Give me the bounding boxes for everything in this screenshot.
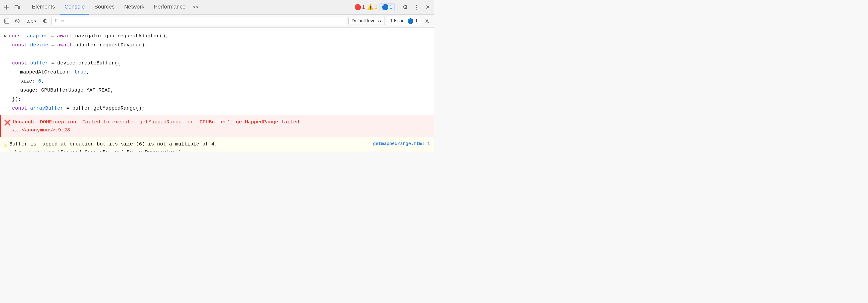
devtools-settings-icon[interactable]: ⚙: [401, 3, 410, 11]
show-sidebar-button[interactable]: [2, 17, 11, 25]
inspect-element-icon[interactable]: [2, 3, 11, 12]
console-toolbar: top ▾ Default levels ▾ 1 Issue: 🔵 1: [0, 14, 434, 28]
code-line-1: ▶ const adapter = await navigator.gpu.re…: [4, 32, 430, 41]
filter-input[interactable]: [52, 17, 346, 25]
tab-bar: Elements Console Sources Network Perform…: [0, 0, 434, 14]
warning-icon: ⚠: [4, 141, 7, 149]
code-input-block: ▶ const adapter = await navigator.gpu.re…: [0, 28, 434, 115]
code-line-6: usage: GPUBufferUsage.MAP_READ,: [4, 86, 430, 95]
dropdown-arrow-icon: ▾: [34, 19, 36, 23]
code-line-8: const arrayBuffer = buffer.getMappedRang…: [4, 104, 430, 113]
tab-sources[interactable]: Sources: [90, 0, 119, 14]
svg-point-12: [427, 20, 428, 22]
error-circle-icon: 🔴: [354, 4, 361, 10]
issues-button[interactable]: 1 Issue: 🔵 1: [387, 17, 421, 25]
live-expressions-button[interactable]: [41, 17, 50, 25]
tab-elements[interactable]: Elements: [27, 0, 60, 14]
expand-icon[interactable]: ▶: [4, 32, 7, 40]
svg-rect-5: [4, 19, 9, 23]
more-options-icon[interactable]: ⋮: [412, 3, 422, 11]
svg-rect-0: [4, 5, 6, 7]
svg-rect-4: [18, 6, 20, 8]
error-text: Uncaught DOMException: Failed to execute…: [13, 118, 299, 134]
tab-performance[interactable]: Performance: [149, 0, 190, 14]
issues-label: 1 Issue:: [390, 18, 406, 24]
tab-console[interactable]: Console: [60, 0, 89, 14]
error-badge[interactable]: 🔴 1: [354, 4, 365, 10]
warning-badge[interactable]: ⚠️ 1: [367, 4, 377, 10]
issues-icon: 🔵: [407, 18, 414, 24]
warning-source-link[interactable]: getmappedrange.html:1: [369, 140, 430, 147]
svg-line-8: [16, 20, 19, 23]
error-line-1: Uncaught DOMException: Failed to execute…: [13, 118, 299, 126]
code-line-5: size: 6 ,: [4, 77, 430, 86]
console-output: ▶ const adapter = await navigator.gpu.re…: [0, 28, 434, 152]
device-toolbar-icon[interactable]: [12, 3, 22, 12]
levels-dropdown-arrow: ▾: [380, 19, 381, 23]
close-devtools-icon[interactable]: ✕: [424, 3, 432, 11]
warning-triangle-icon: ⚠️: [367, 4, 374, 10]
log-levels-dropdown[interactable]: Default levels ▾: [348, 17, 385, 25]
code-line-blank: [4, 50, 430, 59]
code-line-3: const buffer = device.createBuffer({: [4, 59, 430, 68]
context-dropdown[interactable]: top ▾: [24, 17, 39, 25]
svg-rect-3: [15, 5, 18, 9]
code-line-2: const device = await adapter.requestDevi…: [4, 41, 430, 50]
issues-count: 1: [415, 18, 418, 24]
code-line-7: });: [4, 95, 430, 104]
devtools-icons: [2, 3, 22, 12]
error-message: ❌ Uncaught DOMException: Failed to execu…: [0, 115, 434, 137]
info-icon: 🔵: [382, 4, 389, 10]
console-settings-button[interactable]: [423, 17, 432, 25]
warning-text: Buffer is mapped at creation but its siz…: [9, 140, 367, 152]
warning-message: ⚠ Buffer is mapped at creation but its s…: [0, 137, 434, 152]
clear-console-button[interactable]: [13, 17, 22, 25]
error-icon: ❌: [4, 119, 11, 127]
tab-bar-right: 🔴 1 ⚠️ 1 🔵 1 ⚙ ⋮ ✕: [354, 3, 432, 11]
warning-line-1: Buffer is mapped at creation but its siz…: [9, 140, 367, 148]
separator2: [398, 4, 398, 11]
more-tabs-button[interactable]: >>: [191, 4, 200, 10]
tab-network[interactable]: Network: [120, 0, 149, 14]
context-label: top: [26, 18, 33, 24]
info-badge[interactable]: 🔵 1: [379, 3, 395, 11]
code-line-4: mappedAtCreation: true ,: [4, 68, 430, 77]
error-line-2: at <anonymous>:9:28: [13, 126, 299, 134]
warning-line-2: - While calling [Device].CreateBuffer([B…: [9, 148, 367, 152]
separator: [26, 4, 26, 11]
